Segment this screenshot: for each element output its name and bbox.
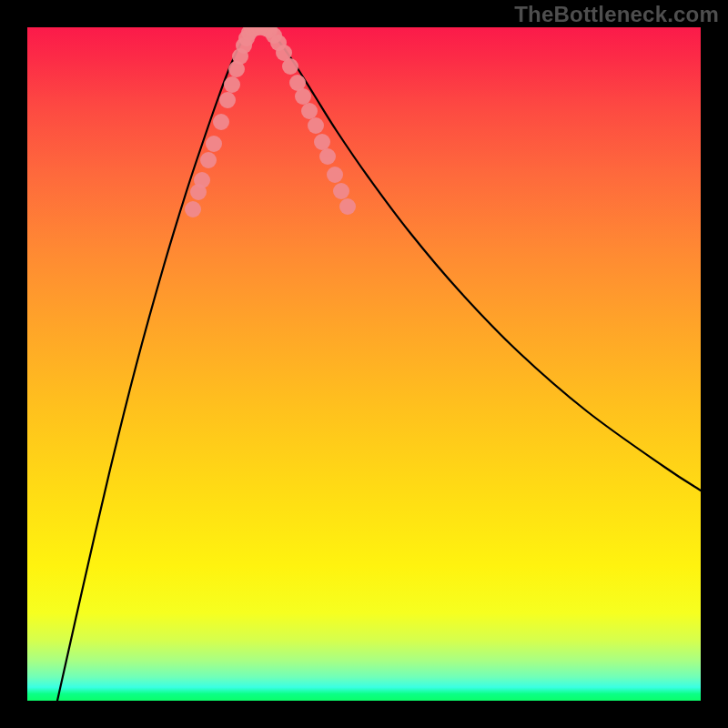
marker-dot bbox=[282, 58, 298, 75]
marker-dot bbox=[301, 103, 318, 119]
plot-area bbox=[27, 27, 701, 701]
marker-dot bbox=[327, 167, 343, 183]
marker-dot bbox=[185, 201, 201, 217]
marker-dot bbox=[314, 134, 330, 150]
marker-dot bbox=[339, 198, 356, 215]
marker-dot bbox=[219, 92, 236, 108]
marker-dot bbox=[319, 148, 336, 165]
marker-group-left bbox=[185, 27, 274, 217]
marker-dot bbox=[333, 183, 349, 199]
marker-dot bbox=[206, 136, 222, 152]
marker-dot bbox=[224, 76, 240, 93]
curves-svg bbox=[27, 27, 701, 701]
watermark-text: TheBottleneck.com bbox=[514, 2, 719, 27]
marker-group-right bbox=[261, 27, 356, 215]
marker-dot bbox=[295, 88, 311, 105]
line-right-arm bbox=[267, 28, 701, 490]
marker-dot bbox=[194, 172, 210, 188]
marker-dot bbox=[308, 117, 324, 134]
marker-dot bbox=[213, 114, 229, 130]
chart-frame: TheBottleneck.com bbox=[0, 0, 728, 728]
marker-dot bbox=[200, 152, 217, 168]
